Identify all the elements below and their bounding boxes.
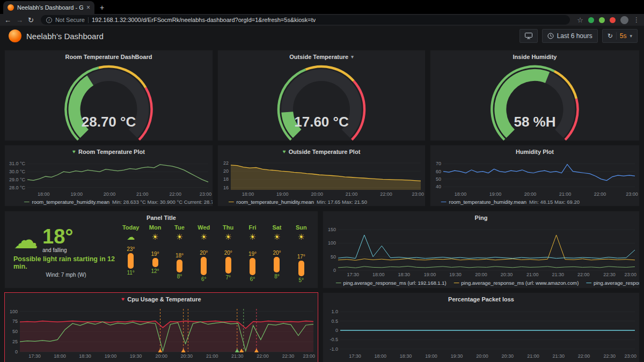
svg-text:17:30: 17:30 (347, 272, 359, 277)
panel-weather: Panel Title ☁ 18° and falling Possible l… (4, 211, 318, 289)
panel-title[interactable]: Outside Temperature▾ (218, 50, 425, 63)
packet-loss-legend[interactable]: — (323, 359, 639, 362)
series-marker-icon: — (336, 280, 341, 285)
extension-icon-2[interactable] (599, 17, 605, 23)
panel-inside-humidity-gauge: Inside Humidity 58 %H (430, 50, 640, 141)
time-range-button[interactable]: Last 6 hours (542, 29, 598, 43)
forecast-temp-bar (201, 257, 207, 275)
svg-text:31.0 °C: 31.0 °C (9, 161, 26, 166)
sun-icon: ☀ (143, 232, 167, 242)
panel-outside-temperature-plot: ♥Outside Temperature Plot 1618202218:001… (217, 145, 426, 206)
extension-icon-3[interactable] (610, 17, 616, 23)
svg-text:28.0 °C: 28.0 °C (9, 185, 26, 190)
address-bar[interactable]: i Not Secure 192.168.1.32:3000/d/ErFSocm… (41, 15, 570, 25)
forward-icon[interactable]: → (16, 17, 23, 24)
svg-text:21:30: 21:30 (552, 272, 565, 277)
svg-text:20:00: 20:00 (155, 353, 167, 359)
forecast-day: Wed☀20°6° (192, 224, 216, 288)
panel-title[interactable]: Room Temperature DashBoard (5, 50, 213, 63)
forecast-temp-track: 19°12° (143, 243, 167, 286)
heart-icon: ♥ (72, 149, 76, 154)
wind-info: Wind: 7 mph (W) (13, 272, 119, 278)
series-name[interactable]: room_temperature_humidity.mean (32, 199, 110, 205)
svg-text:21:30: 21:30 (553, 353, 565, 359)
svg-text:50: 50 (12, 329, 18, 334)
svg-text:21:00: 21:00 (206, 353, 218, 359)
svg-text:16: 16 (223, 185, 229, 190)
bookmark-star-icon[interactable]: ☆ (577, 16, 583, 24)
ping-chart[interactable]: 05010015017:3018:0018:3019:0019:3020:002… (323, 224, 639, 278)
room-temperature-chart[interactable]: 28.0 °C29.0 °C30.0 °C31.0 °C18:0019:0020… (5, 158, 213, 197)
ping-legend[interactable]: —ping.average_response_ms (url: 192.168.… (323, 278, 639, 287)
svg-text:19:30: 19:30 (451, 353, 463, 359)
forecast-high: 20° (216, 250, 240, 256)
svg-text:21:00: 21:00 (346, 191, 358, 197)
forecast-low: 8° (265, 274, 289, 279)
forecast-day-label: Sat (265, 224, 289, 232)
chevron-down-icon[interactable]: ▾ (351, 54, 354, 60)
legend[interactable]: — room_temperature_humidity.mean Min: 17… (218, 197, 425, 206)
panel-title[interactable]: Ping (323, 211, 639, 224)
svg-text:17:30: 17:30 (349, 353, 361, 359)
back-icon[interactable]: ← (4, 17, 11, 24)
panel-title[interactable]: ♥Outside Temperature Plot (218, 145, 425, 158)
kiosk-mode-button[interactable] (519, 29, 538, 43)
svg-text:23:00: 23:00 (200, 191, 212, 197)
tab-close-icon[interactable]: × (86, 4, 90, 11)
svg-text:22:30: 22:30 (604, 353, 616, 359)
series-name[interactable]: room_temperature_humidity.mean (237, 199, 314, 205)
svg-text:21:00: 21:00 (136, 191, 149, 197)
svg-text:25: 25 (12, 339, 18, 344)
new-tab-button[interactable]: + (100, 3, 104, 14)
browser-tab[interactable]: Neelabh's Dashboard - Grafan × (3, 1, 94, 14)
outside-temperature-gauge[interactable]: 17.60 °C (218, 63, 425, 141)
inside-humidity-gauge[interactable]: 58 %H (430, 63, 639, 141)
grafana-logo[interactable] (9, 29, 21, 42)
forecast-day-label: Sun (289, 224, 313, 232)
series-stats: Min: 28.633 °C Max: 30.900 °C Current: 2… (112, 199, 213, 205)
sun-icon: ☀ (167, 232, 191, 242)
cpu-chart[interactable]: 025507510017:3018:0018:3019:0019:3020:00… (5, 306, 318, 359)
svg-text:23:00: 23:00 (412, 191, 424, 197)
forecast-day: Mon☀19°12° (143, 224, 167, 288)
forecast-day-label: Fri (241, 224, 265, 232)
svg-text:22:00: 22:00 (169, 191, 181, 197)
legend-item[interactable]: —ping.average_response_ms (url: www.gith… (586, 280, 639, 286)
packet-loss-chart[interactable]: -1.0-0.500.51.017:3018:0018:3019:0019:30… (323, 306, 639, 359)
svg-text:19:00: 19:00 (70, 191, 83, 197)
forecast-high: 19° (143, 251, 167, 257)
extension-icon-1[interactable] (588, 17, 594, 23)
legend[interactable]: — room_temperature_humidity.mean Min: 48… (430, 197, 639, 206)
reload-icon[interactable]: ↻ (28, 17, 34, 24)
humidity-chart[interactable]: 4050607018:0019:0020:0021:0022:0023:00 (430, 158, 639, 197)
panel-title[interactable]: Humidity Plot (430, 145, 639, 158)
svg-text:18:00: 18:00 (455, 191, 467, 197)
legend-item[interactable]: —ping.average_response_ms (url: www.amaz… (454, 280, 579, 286)
outside-temperature-chart[interactable]: 1618202218:0019:0020:0021:0022:0023:00 (218, 158, 425, 197)
legend-item[interactable]: —ping.average_response_ms (url: 192.168.… (336, 280, 447, 286)
svg-text:22:30: 22:30 (603, 272, 616, 277)
panel-title[interactable]: Inside Humidity (430, 50, 639, 63)
refresh-interval-label[interactable]: 5s (620, 32, 627, 40)
toolbar-actions: ☆ ⋮ (577, 16, 640, 24)
panel-title[interactable]: Panel Title (5, 211, 318, 224)
panel-title[interactable]: ♥Cpu Usage & Temperature (5, 293, 318, 306)
refresh-button[interactable]: ↻ 5s ▾ (602, 29, 638, 43)
sun-icon: ☀ (241, 232, 265, 242)
browser-menu-icon[interactable]: ⋮ (633, 16, 640, 24)
panel-title[interactable]: Percentage Packet loss (323, 293, 639, 306)
room-temperature-gauge[interactable]: 28.70 °C (5, 63, 213, 141)
omnibox-divider (88, 17, 89, 23)
svg-text:18:00: 18:00 (372, 272, 385, 277)
cpu-legend[interactable]: — (5, 359, 318, 362)
svg-text:18:00: 18:00 (242, 191, 254, 197)
browser-tab-strip: Neelabh's Dashboard - Grafan × + (0, 0, 644, 14)
legend[interactable]: — room_temperature_humidity.mean Min: 28… (5, 197, 213, 206)
forecast-temp-bar (274, 257, 280, 272)
panel-title[interactable]: ♥Room Temperature Plot (5, 145, 213, 158)
series-marker-icon: — (586, 280, 591, 285)
url-text[interactable]: 192.168.1.32:3000/d/ErFSocmRk/neelabhs-d… (92, 17, 316, 23)
profile-avatar[interactable] (620, 16, 628, 24)
info-icon[interactable]: i (46, 17, 52, 23)
series-name[interactable]: room_temperature_humidity.mean (449, 199, 527, 205)
